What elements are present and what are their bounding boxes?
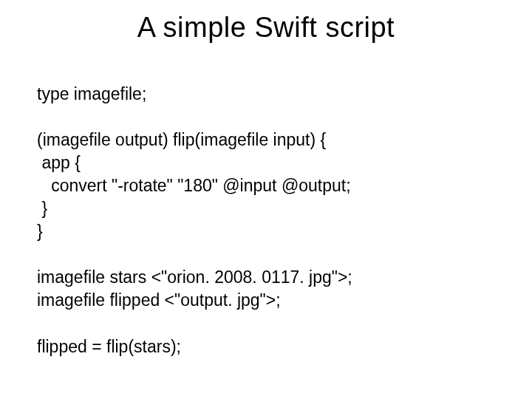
code-line: imagefile flipped <"output. jpg">;	[37, 290, 281, 310]
code-line: }	[37, 222, 43, 241]
slide-title: A simple Swift script	[37, 12, 495, 44]
code-line: (imagefile output) flip(imagefile input)…	[37, 130, 326, 149]
code-line: }	[37, 199, 47, 218]
slide: A simple Swift script type imagefile; (i…	[0, 0, 532, 399]
code-block: type imagefile; (imagefile output) flip(…	[37, 60, 495, 358]
code-line: flipped = flip(stars);	[37, 337, 181, 356]
code-line: convert "-rotate" "180" @input @output;	[37, 176, 351, 195]
code-line: app {	[37, 153, 81, 172]
code-line: imagefile stars <"orion. 2008. 0117. jpg…	[37, 267, 352, 287]
code-line: type imagefile;	[37, 84, 146, 103]
